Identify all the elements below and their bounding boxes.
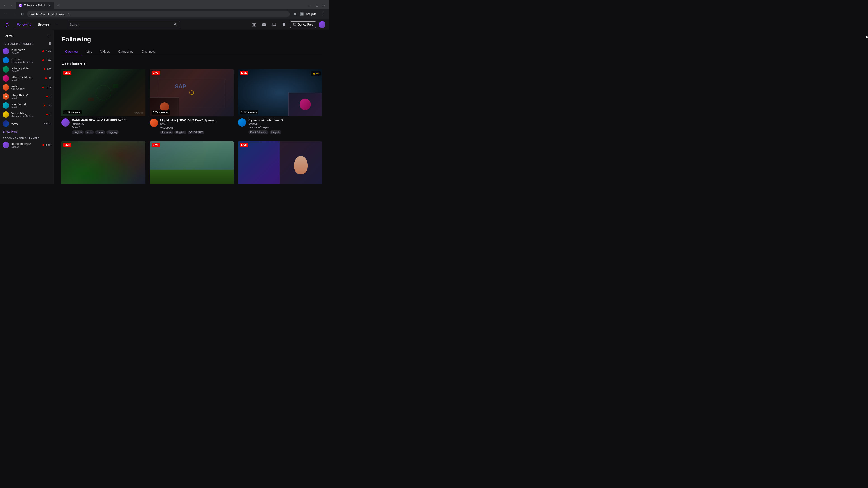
live-dot	[42, 144, 44, 146]
stream-card-row2-2[interactable]: LIVE	[150, 141, 234, 185]
live-channels-section-title: Live channels	[61, 61, 322, 66]
twitch-logo[interactable]	[4, 21, 10, 28]
nav-following[interactable]: Following	[14, 21, 34, 28]
sidebar-channel-yowe[interactable]: yowe Offline	[0, 119, 54, 128]
get-ad-free-button[interactable]: Get Ad-Free	[290, 22, 316, 28]
channel-status: 3.4K	[42, 50, 51, 53]
reload-button[interactable]: ↻	[19, 11, 25, 17]
live-dot	[46, 96, 48, 97]
stream-thumbnail-sydeon: $$260 LIVE 1.8K viewers	[238, 69, 322, 116]
browser-back-button[interactable]: ‹	[2, 2, 7, 8]
back-button[interactable]: ←	[3, 11, 9, 17]
stream-game-3[interactable]: League of Legends	[248, 126, 322, 129]
channel-game: VALORANT	[11, 88, 40, 91]
svg-rect-6	[113, 84, 119, 88]
inbox-icon-button[interactable]	[260, 21, 268, 28]
tab-close-button[interactable]: ✕	[47, 3, 51, 7]
bookmark-icon[interactable]: ☆	[67, 12, 70, 16]
sidebar-channel-rayrachel[interactable]: RayRachel Music 729	[0, 101, 54, 110]
stream-streamer-3[interactable]: Sydeon	[248, 122, 322, 125]
stream-streamer-1[interactable]: kukudota2	[72, 122, 145, 125]
tag-tagalog[interactable]: Tagalog	[106, 130, 119, 134]
close-window-button[interactable]: ✕	[321, 2, 327, 8]
tab-channels[interactable]: Channels	[138, 47, 158, 56]
active-tab[interactable]: Following - Twitch ✕	[16, 2, 54, 9]
forward-button[interactable]: →	[11, 11, 17, 17]
browser-menu-button[interactable]: ⋮	[320, 11, 327, 17]
tag-blackbrilliance[interactable]: BlackBrilliance	[248, 130, 268, 134]
sidebar-item-for-you[interactable]: For You ←	[1, 32, 53, 40]
channel-name: betboom_eng2	[11, 142, 40, 145]
prime-icon-button[interactable]	[250, 21, 258, 28]
user-avatar[interactable]	[319, 21, 326, 28]
extensions-icon[interactable]: ■	[293, 12, 296, 17]
tab-videos[interactable]: Videos	[97, 47, 114, 56]
live-badge-2: LIVE	[152, 71, 160, 74]
stream-card-kukudota2[interactable]: RIVALRY LIVE 3.4K viewers RANK 44 IN SEA…	[61, 69, 145, 134]
channel-info-mikarosemusic: MikaRoseMusic Music	[11, 75, 43, 82]
sidebar-channel-mikarosemusic[interactable]: MikaRoseMusic Music 97	[0, 74, 54, 83]
tab-live[interactable]: Live	[83, 47, 96, 56]
new-tab-button[interactable]: +	[55, 2, 61, 8]
sidebar-channel-solapsapdota[interactable]: solapsapdota Dota 2 935	[0, 65, 54, 74]
stream-streamer-2[interactable]: nAts	[160, 123, 234, 126]
tag-dota2[interactable]: dota2	[95, 130, 105, 134]
stream-details-1: RANK 44 IN SEA :))) #11kMMRPLAYER... kuk…	[72, 119, 145, 134]
tag-kuku[interactable]: kuku	[85, 130, 94, 134]
channel-name: MikaRoseMusic	[11, 75, 43, 79]
live-dot	[45, 77, 47, 79]
followed-channels-header: FOLLOWED CHANNELS ⇅	[0, 40, 54, 47]
tag-english[interactable]: English	[174, 131, 186, 134]
stream-card-nats[interactable]: SAP LIVE 2.7K viewers	[150, 69, 234, 134]
address-bar[interactable]: twitch.tv/directory/following ☆	[27, 11, 290, 18]
channel-game: Escape from Tarkov	[11, 115, 44, 118]
stream-card-row2-3[interactable]: LIVE	[238, 141, 322, 185]
nav-more-button[interactable]: ⋯	[53, 21, 60, 28]
nav-browse[interactable]: Browse	[35, 21, 52, 28]
search-input[interactable]	[70, 23, 172, 26]
for-you-label: For You	[4, 34, 47, 38]
live-dot	[43, 68, 45, 70]
viewer-count-1: 3.4K viewers	[63, 110, 82, 114]
channel-avatar-yowe	[3, 121, 9, 127]
channel-game: Dota 2	[11, 70, 41, 72]
stream-card-row2-1[interactable]: LIVE	[61, 141, 145, 185]
sidebar-channel-nats[interactable]: nAts VALORANT 2.7K	[0, 83, 54, 92]
minimize-button[interactable]: –	[307, 2, 313, 8]
browser-forward-button[interactable]: ›	[8, 2, 14, 8]
tag-english[interactable]: English	[72, 130, 84, 134]
live-dot	[43, 105, 45, 106]
channel-name: yowe	[11, 122, 42, 125]
stream-card-sydeon[interactable]: $$260 LIVE 1.8K viewers 5 year anni !sub…	[238, 69, 322, 134]
thumb-image-1: RIVALRY	[61, 69, 145, 116]
sidebar-channel-magic899tv[interactable]: M Magic899TV Music 3	[0, 92, 54, 101]
stream-details-3: 5 year anni !subathon :D Sydeon League o…	[248, 119, 322, 134]
sidebar-channel-vanholiday[interactable]: VanHoliday Escape from Tarkov 7	[0, 110, 54, 119]
channel-status: 2.7K	[42, 86, 51, 89]
sidebar-channel-sydeon[interactable]: Sydeon League of Legends 1.8K	[0, 56, 54, 65]
maximize-button[interactable]: □	[314, 2, 320, 8]
search-icon[interactable]	[174, 22, 177, 27]
channel-status: 97	[45, 77, 51, 80]
stream-game-1[interactable]: Dota 2	[72, 126, 145, 129]
tag-russian[interactable]: Русский	[160, 131, 173, 134]
stream-thumbnail-kukudota2: RIVALRY LIVE 3.4K viewers	[61, 69, 145, 116]
sidebar-channel-kukudota2[interactable]: kukudota2 Dota 2 3.4K	[0, 47, 54, 56]
tag-english[interactable]: English	[270, 130, 281, 134]
tab-categories[interactable]: Categories	[115, 47, 137, 56]
incognito-icon	[300, 12, 304, 16]
sort-icon[interactable]: ⇅	[49, 41, 51, 46]
tab-overview[interactable]: Overview	[61, 47, 82, 56]
search-box	[67, 21, 180, 29]
channel-info-solapsapdota: solapsapdota Dota 2	[11, 66, 41, 72]
collapse-icon[interactable]: ←	[47, 34, 51, 38]
incognito-button[interactable]: Incognito	[298, 11, 318, 17]
tag-valorant[interactable]: VALORANT	[188, 131, 204, 134]
nav-controls: ‹ ›	[2, 2, 14, 8]
notifications-icon-button[interactable]	[280, 21, 287, 28]
sidebar-channel-betboom[interactable]: betboom_eng2 Dota 2 2.9K	[0, 140, 54, 150]
stream-game-2[interactable]: VALORANT	[160, 126, 234, 129]
show-more-button[interactable]: Show More	[0, 128, 54, 135]
chat-icon-button[interactable]	[270, 21, 278, 28]
channel-game: Dota 2	[11, 52, 40, 55]
